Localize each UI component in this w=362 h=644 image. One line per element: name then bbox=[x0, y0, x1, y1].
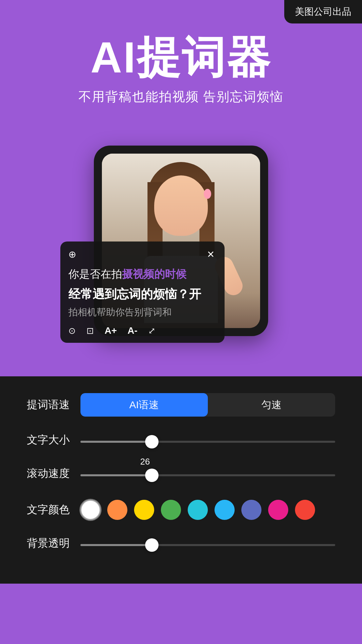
text-size-label: 文字大小 bbox=[27, 433, 80, 447]
color-yellow[interactable] bbox=[134, 500, 154, 520]
text-color-label: 文字颜色 bbox=[27, 502, 80, 517]
bg-opacity-label: 背景透明 bbox=[27, 536, 80, 551]
text-size-row: 文字大小 bbox=[27, 433, 335, 447]
brand-badge: 美图公司出品 bbox=[284, 0, 362, 23]
scroll-speed-row: 滚动速度 26 bbox=[27, 466, 335, 481]
bg-opacity-fill bbox=[80, 544, 152, 546]
speed-ai-button[interactable]: AI语速 bbox=[80, 393, 208, 417]
color-red[interactable] bbox=[295, 500, 315, 520]
toolbar-crop-icon[interactable]: ⊡ bbox=[86, 326, 94, 336]
phone-mockup: ⊕ ✕ 你是否在拍摄视频的时候 经常遇到忘词的烦恼？开 拍相机帮助你告别背词和 … bbox=[94, 146, 268, 336]
bg-opacity-slider-container bbox=[80, 541, 335, 546]
color-orange[interactable] bbox=[107, 500, 127, 520]
speed-label: 提词语速 bbox=[27, 397, 80, 412]
color-teal[interactable] bbox=[188, 500, 208, 520]
color-light-blue[interactable] bbox=[215, 500, 235, 520]
speed-uniform-button[interactable]: 匀速 bbox=[208, 393, 335, 417]
text-size-fill bbox=[80, 441, 152, 443]
scroll-speed-fill bbox=[80, 474, 152, 476]
text-size-thumb[interactable] bbox=[145, 435, 159, 448]
settings-panel: 提词语速 AI语速 匀速 文字大小 滚动速度 bbox=[0, 376, 362, 584]
hero-subtitle: 不用背稿也能拍视频 告别忘词烦恼 bbox=[20, 88, 342, 105]
text-line-1: 你是否在拍摄视频的时候 bbox=[68, 266, 217, 283]
close-icon[interactable]: ✕ bbox=[204, 248, 217, 260]
move-icon[interactable]: ⊕ bbox=[68, 249, 76, 260]
teleprompter-text: 你是否在拍摄视频的时候 经常遇到忘词的烦恼？开 拍相机帮助你告别背词和 bbox=[68, 266, 217, 320]
toolbar-camera-icon[interactable]: ⊙ bbox=[68, 326, 76, 336]
color-blue[interactable] bbox=[241, 500, 261, 520]
bg-opacity-thumb[interactable] bbox=[145, 538, 159, 552]
brand-label: 美图公司出品 bbox=[295, 6, 351, 17]
scroll-speed-value: 26 bbox=[140, 457, 150, 467]
color-pink[interactable] bbox=[268, 500, 288, 520]
toolbar-font-increase[interactable]: A+ bbox=[105, 325, 117, 336]
bg-opacity-row: 背景透明 bbox=[27, 536, 335, 551]
bg-opacity-slider-track[interactable] bbox=[80, 544, 335, 546]
color-green[interactable] bbox=[161, 500, 181, 520]
toolbar-expand-icon[interactable]: ⤢ bbox=[148, 326, 156, 336]
hero-title: AI提词器 bbox=[20, 34, 342, 82]
text-color-row: 文字颜色 bbox=[27, 500, 335, 520]
teleprompter-panel: ⊕ ✕ 你是否在拍摄视频的时候 经常遇到忘词的烦恼？开 拍相机帮助你告别背词和 … bbox=[60, 241, 225, 343]
speed-toggle: AI语速 匀速 bbox=[80, 393, 335, 417]
text-line-2: 经常遇到忘词的烦恼？开 bbox=[68, 284, 217, 304]
color-palette bbox=[80, 500, 335, 520]
scroll-speed-slider-track[interactable]: 26 bbox=[80, 474, 335, 476]
scroll-speed-slider-container: 26 bbox=[80, 471, 335, 476]
toolbar-font-decrease[interactable]: A- bbox=[128, 325, 138, 336]
text-size-slider-track[interactable] bbox=[80, 441, 335, 443]
text-size-slider-container bbox=[80, 437, 335, 443]
text-line-3: 拍相机帮助你告别背词和 bbox=[68, 305, 217, 320]
panel-toolbar: ⊙ ⊡ A+ A- ⤢ bbox=[68, 325, 217, 336]
color-white[interactable] bbox=[80, 500, 101, 520]
scroll-speed-label: 滚动速度 bbox=[27, 466, 80, 481]
scroll-speed-thumb[interactable]: 26 bbox=[145, 469, 159, 482]
speed-row: 提词语速 AI语速 匀速 bbox=[27, 393, 335, 417]
